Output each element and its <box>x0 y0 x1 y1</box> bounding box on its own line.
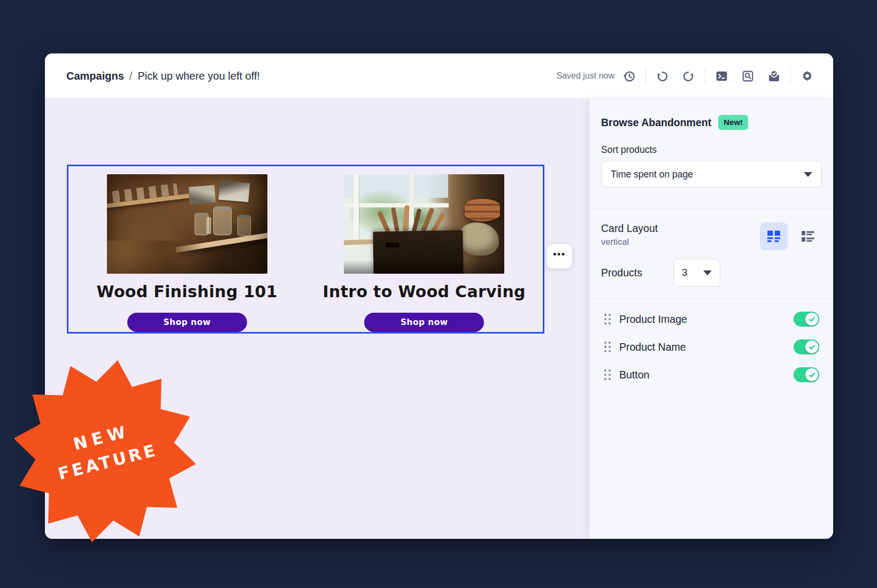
button-toggle[interactable] <box>794 367 819 382</box>
drag-handle-icon[interactable] <box>604 342 611 352</box>
preview-icon[interactable] <box>741 69 755 83</box>
sort-products-select[interactable]: Time spent on page <box>601 161 822 188</box>
sidebar-title: Browse Abandonment <box>601 117 711 129</box>
block-options-button[interactable]: ••• <box>547 244 572 269</box>
settings-sidebar: Browse Abandonment New! Sort products Ti… <box>589 99 833 539</box>
product-name[interactable]: Wood Finishing 101 <box>97 282 278 301</box>
product-name[interactable]: Intro to Wood Carving <box>323 282 526 301</box>
toggle-row-button: Button <box>601 361 822 389</box>
version-history-icon[interactable] <box>622 69 636 83</box>
new-feature-sticker: NEW FEATURE <box>13 359 197 543</box>
toggle-check-icon <box>805 368 818 381</box>
product-image[interactable] <box>344 174 504 274</box>
sort-products-label: Sort products <box>601 144 822 156</box>
product-card: Wood Finishing 101 Shop now <box>68 166 306 332</box>
breadcrumb-campaigns[interactable]: Campaigns <box>66 70 124 82</box>
send-test-icon[interactable] <box>767 69 781 83</box>
product-name-toggle[interactable] <box>794 339 819 354</box>
drag-handle-icon[interactable] <box>604 314 611 324</box>
code-icon[interactable] <box>714 69 729 83</box>
toggle-label: Button <box>619 369 649 381</box>
toggle-check-icon <box>805 313 818 326</box>
app-header: Campaigns / Pick up where you left off! … <box>45 53 833 99</box>
product-image[interactable] <box>107 174 267 274</box>
sort-products-value: Time spent on page <box>611 169 693 180</box>
card-layout-label: Card Layout <box>601 222 658 235</box>
breadcrumb-separator: / <box>129 70 133 82</box>
undo-icon[interactable] <box>655 69 670 83</box>
toolbar-divider <box>790 68 791 84</box>
products-count-select[interactable]: 3 <box>673 259 720 287</box>
products-label: Products <box>601 267 642 279</box>
shop-now-button[interactable]: Shop now <box>364 313 484 332</box>
toolbar-divider <box>705 68 705 84</box>
selected-product-block[interactable]: Wood Finishing 101 Shop now Intro to Woo… <box>67 165 544 334</box>
vertical-card-layout-icon[interactable] <box>760 222 788 250</box>
toggle-label: Product Image <box>619 313 687 326</box>
divider <box>590 298 833 299</box>
shop-now-button[interactable]: Shop now <box>127 313 247 332</box>
toggle-check-icon <box>805 341 818 353</box>
drag-handle-icon[interactable] <box>604 369 611 380</box>
redo-icon[interactable] <box>681 69 696 83</box>
chevron-down-icon <box>703 270 712 275</box>
card-layout-value: vertical <box>601 237 658 247</box>
new-badge: New! <box>718 115 748 130</box>
divider <box>590 209 833 210</box>
page-title: Pick up where you left off! <box>137 70 260 82</box>
products-count-value: 3 <box>682 267 688 278</box>
product-card: Intro to Wood Carving Shop now <box>306 166 543 332</box>
header-toolbar: Saved just now <box>556 68 814 84</box>
toolbar-divider <box>645 68 646 84</box>
breadcrumb: Campaigns / Pick up where you left off! <box>66 70 260 82</box>
settings-icon[interactable] <box>800 69 814 83</box>
saved-status: Saved just now <box>556 71 614 81</box>
toggle-row-product-image: Product Image <box>601 305 822 333</box>
chevron-down-icon <box>804 172 812 177</box>
card-layout-group: Card Layout vertical <box>601 222 658 247</box>
product-image-toggle[interactable] <box>794 312 819 327</box>
horizontal-card-layout-icon[interactable] <box>794 222 822 250</box>
toggle-row-product-name: Product Name <box>601 333 822 361</box>
toggle-label: Product Name <box>619 341 686 353</box>
